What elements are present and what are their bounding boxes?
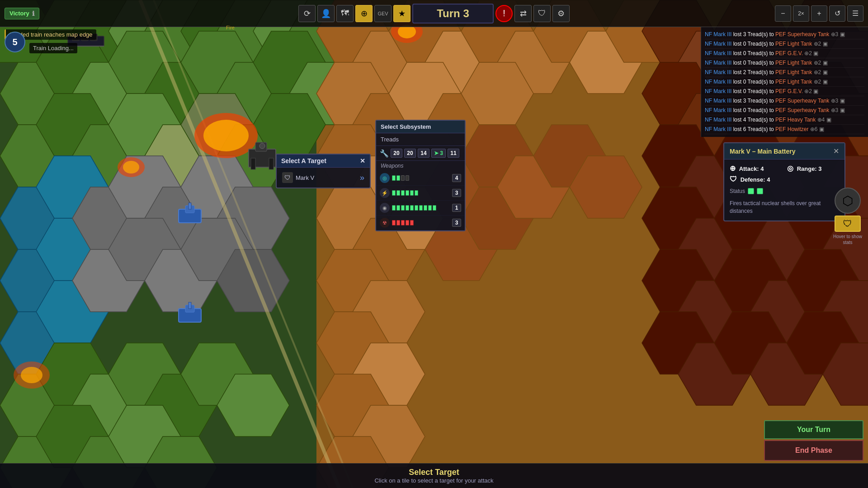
turn-number: 5 [12, 37, 17, 47]
center-toolbar: ⟳ 👤 🗺 ⊕ GEV ★ Turn 3 ! ⇄ 🛡 ⚙ [298, 4, 570, 23]
weapon-row-4[interactable]: ☢ 3 [376, 216, 465, 230]
weapon-row-3[interactable]: ◉ 1 [376, 201, 465, 216]
ammo-pip-empty [401, 175, 405, 181]
subsystem-weapons-header: Weapons [376, 161, 465, 171]
weapon-icon-1: ◎ [380, 173, 390, 183]
stat-box-3: 14 [418, 149, 429, 158]
battery-stats: ⊕ Attack: 4 ◎ Range: 3 🛡 Defense: 4 [724, 160, 844, 188]
ammo-pip [396, 175, 400, 181]
battery-status: Status [724, 188, 844, 197]
log-entry: NF Mark III lost 4 Tread(s) to PEF Heavy… [705, 115, 864, 125]
toolbar-btn-map[interactable]: 🗺 [336, 5, 354, 22]
log-entry: NF Mark III lost 3 Tread(s) to PEF Super… [705, 30, 864, 39]
ammo-pip [401, 205, 405, 211]
svg-rect-139 [189, 203, 191, 209]
ammo-pip [392, 205, 396, 211]
zoom-plus-btn[interactable]: + [811, 5, 827, 22]
info-icon[interactable]: ℹ [32, 10, 34, 17]
toolbar-btn-crosshair[interactable]: ⊕ [355, 5, 373, 22]
weapon-ammo-3 [392, 205, 436, 211]
your-turn-display: Your Turn [764, 420, 863, 439]
defense-value: 4 [767, 176, 770, 183]
attack-value: 4 [760, 165, 764, 172]
toolbar-btn-star[interactable]: ★ [393, 5, 410, 22]
log-entry: NF Mark III lost 0 Tread(s) to PEF G.E.V… [705, 49, 864, 58]
target-item-markv[interactable]: 🛡 Mark V » [278, 169, 368, 186]
weapons-label: Weapons [381, 163, 403, 169]
ammo-pip [410, 205, 414, 211]
target-close-button[interactable]: ✕ [360, 157, 365, 164]
battery-range: ◎ Range: 3 [787, 164, 839, 173]
target-arrow-icon: » [360, 173, 364, 183]
toolbar-btn-arrows[interactable]: ⇄ [514, 5, 532, 22]
zoom-minus-btn[interactable]: − [775, 5, 791, 22]
svg-point-136 [21, 367, 42, 383]
toolbar-btn-gev[interactable]: GEV [374, 5, 392, 22]
ammo-pip [415, 190, 418, 196]
right-toolbar: − 2× + ↺ ☰ [775, 5, 863, 22]
turn-actions-panel: Your Turn End Phase [764, 420, 863, 461]
defense-icon: 🛡 [730, 175, 737, 183]
list-btn[interactable]: ☰ [847, 5, 863, 22]
ammo-pip-red [410, 220, 414, 225]
alert-button[interactable]: ! [495, 5, 513, 22]
subsystem-header: Select Subsystem [376, 121, 465, 133]
ammo-pip [406, 205, 409, 211]
refresh-btn[interactable]: ↺ [829, 5, 845, 22]
hover-stats-unit-portrait[interactable]: ⬡ [835, 188, 861, 214]
battery-defense: 🛡 Defense: 4 [730, 175, 782, 183]
move-value: 3 [440, 150, 443, 156]
bottom-subtitle: Click on a tile to select a target for y… [374, 477, 493, 484]
log-entry: NF Mark III lost 3 Tread(s) to PEF Super… [705, 96, 864, 106]
attack-icon: ⊕ [730, 164, 736, 172]
subsystem-title: Select Subsystem [381, 123, 431, 130]
hover-stats-unit-icon[interactable]: 🛡 [835, 216, 861, 232]
status-label: Status [730, 188, 745, 194]
log-entry: NF Mark III lost 6 Tread(s) to PEF Howit… [705, 125, 864, 134]
battery-close-button[interactable]: ✕ [833, 147, 839, 155]
ammo-pip [415, 205, 418, 211]
ammo-pip [424, 205, 427, 211]
svg-rect-145 [251, 158, 255, 169]
tread-icon: 🔧 [380, 149, 389, 158]
weapon-row-1[interactable]: ◎ 4 [376, 171, 465, 186]
ammo-pip [406, 190, 409, 196]
target-panel: Select A Target ✕ 🛡 Mark V » [276, 154, 371, 188]
stat-box-2: 20 [404, 149, 416, 158]
ammo-pip-empty [406, 175, 409, 181]
range-value: 3 [818, 165, 821, 172]
weapon-row-2[interactable]: ⚡ 3 [376, 186, 465, 201]
subsystem-treads-section[interactable]: Treads [376, 133, 465, 146]
victory-label: Victory [9, 10, 29, 17]
treads-label: Treads [381, 136, 399, 143]
target-name: Mark V [296, 174, 314, 181]
subsystem-panel: Select Subsystem Treads 🔧 20 20 14 ➤ 3 1… [375, 120, 466, 231]
log-entry: NF Mark III lost 0 Tread(s) to PEF G.E.V… [705, 87, 864, 96]
target-unit-icon: 🛡 [282, 172, 293, 183]
toolbar-btn-gear[interactable]: ⚙ [552, 5, 570, 22]
weapon-count-2: 3 [452, 189, 461, 197]
range-label: Range: [797, 165, 817, 172]
ammo-pip-red [396, 220, 400, 225]
log-entry: NF Mark III lost 0 Tread(s) to PEF Super… [705, 106, 864, 115]
end-phase-button[interactable]: End Phase [764, 440, 863, 461]
toolbar-btn-unit[interactable]: 👤 [317, 5, 335, 22]
ammo-pip [428, 205, 432, 211]
weapon-icon-3: ◉ [380, 203, 390, 213]
zoom-2x-btn[interactable]: 2× [793, 5, 809, 22]
hover-stats-panel: ⬡ 🛡 Hover to show stats [832, 188, 863, 245]
ammo-pip-red [406, 220, 409, 225]
weapon-icon-4: ☢ [380, 218, 390, 228]
toolbar-btn-shield[interactable]: 🛡 [533, 5, 551, 22]
range-icon: ◎ [787, 164, 793, 172]
toolbar-btn-recycle[interactable]: ⟳ [298, 5, 316, 22]
battery-description: Fires tactical nuclear shells over great… [724, 197, 844, 221]
ammo-pip [396, 205, 400, 211]
ammo-pip [392, 190, 396, 196]
log-entry: NF Mark III lost 0 Tread(s) to PEF Light… [705, 58, 864, 68]
weapon-icon-2: ⚡ [380, 188, 390, 198]
ammo-pip [392, 175, 396, 181]
stat-box-1: 20 [391, 149, 402, 158]
subsystem-stats-row: 🔧 20 20 14 ➤ 3 11 [376, 146, 465, 161]
status-pip-2 [757, 188, 763, 194]
